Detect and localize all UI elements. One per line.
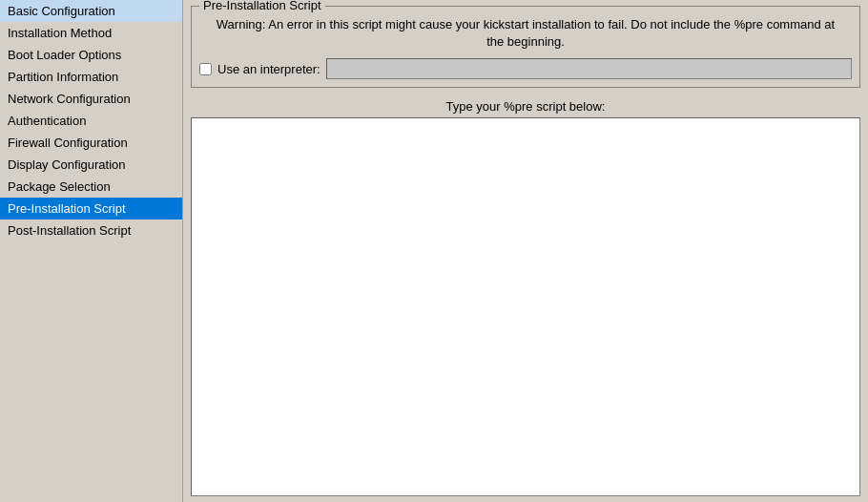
use-interpreter-checkbox[interactable] [199, 63, 212, 75]
sidebar-item-boot-loader-options[interactable]: Boot Loader Options [0, 44, 182, 66]
script-textarea-wrapper [191, 117, 860, 496]
sidebar-item-basic-configuration[interactable]: Basic Configuration [0, 0, 182, 22]
sidebar-item-partition-information[interactable]: Partition Information [0, 66, 182, 88]
script-section: Type your %pre script below: [191, 95, 860, 496]
sidebar-item-package-selection[interactable]: Package Selection [0, 176, 182, 198]
script-label: Type your %pre script below: [191, 95, 860, 117]
sidebar-item-authentication[interactable]: Authentication [0, 110, 182, 132]
sidebar-item-installation-method[interactable]: Installation Method [0, 22, 182, 44]
main-content: Pre-Installation Script Warning: An erro… [183, 0, 868, 502]
sidebar-item-post-installation-script[interactable]: Post-Installation Script [0, 220, 182, 241]
interpreter-row: Use an interpreter: [199, 58, 852, 79]
pre-installation-fieldset: Pre-Installation Script Warning: An erro… [191, 6, 860, 88]
fieldset-legend: Pre-Installation Script [199, 0, 325, 12]
sidebar-item-network-configuration[interactable]: Network Configuration [0, 88, 182, 110]
sidebar: Basic ConfigurationInstallation MethodBo… [0, 0, 183, 502]
sidebar-item-firewall-configuration[interactable]: Firewall Configuration [0, 132, 182, 154]
interpreter-input[interactable] [326, 58, 852, 79]
sidebar-item-display-configuration[interactable]: Display Configuration [0, 154, 182, 176]
script-textarea[interactable] [192, 118, 859, 495]
interpreter-label: Use an interpreter: [217, 62, 320, 76]
warning-text: Warning: An error in this script might c… [199, 12, 852, 52]
sidebar-item-pre-installation-script[interactable]: Pre-Installation Script [0, 198, 182, 220]
